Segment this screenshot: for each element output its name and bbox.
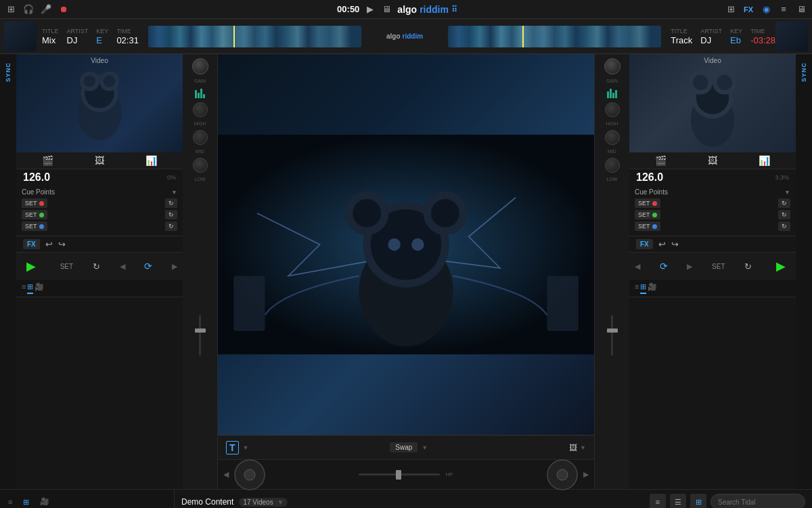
text-overlay-button[interactable]: T <box>226 441 239 454</box>
monitor-icon[interactable]: 🖥 <box>796 4 807 15</box>
right-channel-fader[interactable] <box>611 315 613 356</box>
right-redo-icon[interactable]: ↪ <box>671 239 679 249</box>
left-film-tab-icon[interactable]: 🎥 <box>35 282 44 294</box>
text-overlay-chevron[interactable]: ▼ <box>243 444 249 451</box>
right-mid-knob[interactable] <box>605 130 620 145</box>
left-next-icon[interactable]: ▶ <box>172 262 177 271</box>
left-film-icon[interactable]: 🎬 <box>42 155 53 166</box>
right-cue-set-1[interactable]: SET <box>635 198 660 208</box>
right-low-knob[interactable] <box>605 158 620 173</box>
play-mode-icon[interactable]: ▶ <box>365 4 376 15</box>
left-image-icon[interactable]: 🖼 <box>95 155 104 166</box>
left-bars-icon[interactable]: 📊 <box>145 155 157 166</box>
left-deck-thumb <box>4 22 37 51</box>
right-grid-icon[interactable]: ⊞ <box>640 282 646 294</box>
right-cue-dot-red <box>652 201 657 206</box>
right-eq-bar-3 <box>612 93 614 98</box>
left-tab-row: ≡ ⊞ 🎥 <box>16 280 183 297</box>
grid-icon[interactable]: ⊞ <box>5 4 16 15</box>
current-time: 00:50 <box>337 4 359 14</box>
left-gain-knob[interactable] <box>192 58 208 75</box>
right-sync-circle-icon[interactable]: ⟳ <box>660 261 668 272</box>
left-low-knob[interactable] <box>193 158 208 173</box>
right-loop-icon[interactable]: ↻ <box>744 261 752 272</box>
right-cue-loop-3[interactable]: ↻ <box>778 221 790 231</box>
right-set-button[interactable]: SET <box>712 263 725 270</box>
sidebar-tab-list[interactable]: ≡ <box>3 495 18 508</box>
left-grid-icon[interactable]: ⊞ <box>27 282 33 294</box>
left-cue-loop-1[interactable]: ↻ <box>165 198 177 208</box>
right-gain-knob[interactable] <box>604 58 621 75</box>
left-loop-icon[interactable]: ↻ <box>93 261 100 272</box>
left-platter[interactable] <box>233 458 267 492</box>
right-cue-set-3[interactable]: SET <box>635 221 660 231</box>
right-film-tab-icon[interactable]: 🎥 <box>648 282 657 294</box>
content-title: Demo Content <box>181 497 233 507</box>
right-bars-icon[interactable]: 📊 <box>759 155 770 166</box>
sidebar-tab-grid[interactable]: ⊞ <box>18 495 35 508</box>
left-cue-chevron[interactable]: ▼ <box>171 189 177 196</box>
left-cue-set-1[interactable]: SET <box>22 198 47 208</box>
left-redo-icon[interactable]: ↪ <box>58 239 66 249</box>
headphones-icon[interactable]: 🎧 <box>23 4 34 15</box>
grid2-icon[interactable]: ⊞ <box>725 4 736 15</box>
right-fx-row: FX ↩ ↪ <box>629 236 796 252</box>
left-waveform[interactable] <box>148 26 361 47</box>
right-next-icon[interactable]: ▶ <box>687 262 692 271</box>
left-channel-fader[interactable] <box>199 315 201 356</box>
right-image-icon[interactable]: 🖼 <box>708 155 717 166</box>
center-next-icon[interactable]: ▶ <box>583 470 589 479</box>
right-cue-chevron[interactable]: ▼ <box>784 189 790 196</box>
left-mid-knob[interactable] <box>193 130 208 145</box>
right-cue-loop-1[interactable]: ↻ <box>778 198 790 208</box>
right-cue-set-2[interactable]: SET <box>635 210 660 219</box>
image-overlay-chevron[interactable]: ▼ <box>580 444 586 451</box>
left-cue-loop-3[interactable]: ↻ <box>165 221 177 231</box>
swap-chevron[interactable]: ▼ <box>422 444 428 451</box>
left-undo-icon[interactable]: ↩ <box>45 239 53 249</box>
left-prev-icon[interactable]: ◀ <box>120 262 125 271</box>
list-view-button[interactable]: ☰ <box>670 494 686 508</box>
display-icon[interactable]: 🖥 <box>381 4 392 15</box>
left-set-button[interactable]: SET <box>60 263 73 270</box>
left-low-label: LOW <box>195 177 206 182</box>
left-cue-set-3[interactable]: SET <box>22 221 47 231</box>
image-overlay-button[interactable]: 🖼 <box>569 443 577 452</box>
right-undo-icon[interactable]: ↩ <box>658 239 666 249</box>
fx-button[interactable]: FX <box>743 4 754 15</box>
right-cue-row-1: SET ↻ <box>635 198 790 208</box>
left-high-knob[interactable] <box>193 102 208 117</box>
right-prev-icon[interactable]: ◀ <box>635 262 640 271</box>
right-high-knob[interactable] <box>605 102 620 117</box>
left-play-button[interactable]: ▶ <box>22 257 41 276</box>
count-chevron[interactable]: ▼ <box>277 499 284 506</box>
left-cue-set-2[interactable]: SET <box>22 210 47 219</box>
sidebar-tab-film[interactable]: 🎥 <box>35 495 55 508</box>
left-cue-loop-2[interactable]: ↻ <box>165 210 177 219</box>
left-sync-circle-icon[interactable]: ⟳ <box>144 261 152 272</box>
right-cue-loop-2[interactable]: ↻ <box>778 210 790 219</box>
pitch-fader-track[interactable] <box>359 473 440 475</box>
grid-view-button[interactable]: ⊞ <box>690 494 706 508</box>
search-input[interactable] <box>710 494 805 508</box>
left-fx-button[interactable]: FX <box>23 239 40 249</box>
globe-icon[interactable]: ◉ <box>761 4 771 15</box>
right-list-icon[interactable]: ≡ <box>635 282 639 294</box>
center-prev-icon[interactable]: ◀ <box>223 470 229 479</box>
left-sync-label[interactable]: SYNC <box>5 62 12 82</box>
svg-point-29 <box>717 75 732 91</box>
right-waveform[interactable] <box>448 26 661 47</box>
filter-button[interactable]: ≡ <box>650 494 666 508</box>
swap-button[interactable]: Swap <box>390 442 418 452</box>
svg-point-20 <box>244 469 255 480</box>
mic-icon[interactable]: 🎤 <box>41 4 51 15</box>
left-list-icon[interactable]: ≡ <box>22 282 26 294</box>
hamburger-icon[interactable]: ≡ <box>778 4 789 15</box>
right-sync-label[interactable]: SYNC <box>800 62 807 82</box>
right-fx-button[interactable]: FX <box>636 239 653 249</box>
pitch-fader-thumb[interactable] <box>396 470 401 480</box>
right-platter[interactable] <box>545 458 579 492</box>
record-icon[interactable]: ⏺ <box>58 4 69 15</box>
right-play-button[interactable]: ▶ <box>771 257 790 276</box>
right-film-icon[interactable]: 🎬 <box>655 155 667 166</box>
